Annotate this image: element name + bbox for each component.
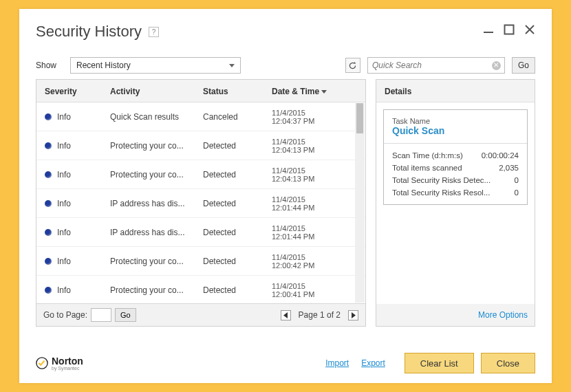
search-input[interactable]: [372, 61, 488, 70]
stat-label: Total Security Risks Resol...: [392, 188, 491, 197]
stat-value: 0:00:00:24: [482, 151, 519, 160]
maximize-icon[interactable]: [504, 24, 515, 35]
activity-cell: Protecting your co...: [110, 170, 203, 179]
datetime-cell: 11/4/201512:04:37 PM: [272, 109, 360, 125]
datetime-cell: 11/4/201512:01:44 PM: [272, 224, 360, 241]
details-header: Details: [376, 80, 535, 102]
title-wrap: Security History ?: [36, 23, 159, 41]
table-row[interactable]: InfoProtecting your co...Detected11/4/20…: [36, 131, 365, 160]
activity-cell: Protecting your co...: [110, 141, 203, 151]
details-box: Task Name Quick Scan Scan Time (d:h:m:s)…: [383, 109, 528, 205]
severity-cell: Info: [45, 199, 110, 208]
severity-cell: Info: [45, 257, 110, 266]
search-box[interactable]: ✕: [367, 57, 505, 74]
activity-cell: Quick Scan results: [110, 112, 203, 122]
datetime-cell: 11/4/201512:04:13 PM: [272, 138, 360, 154]
stat-value: 0: [515, 176, 519, 184]
info-dot-icon: [45, 287, 52, 294]
help-icon[interactable]: ?: [149, 27, 159, 37]
table-row[interactable]: InfoIP address has dis...Detected11/4/20…: [36, 218, 365, 247]
norton-check-icon: [36, 357, 48, 369]
table-row[interactable]: InfoProtecting your co...Detected11/4/20…: [36, 160, 365, 189]
brand-name: Norton: [52, 356, 83, 366]
info-dot-icon: [45, 171, 52, 178]
next-page-button[interactable]: [348, 310, 358, 320]
stat-value: 0: [515, 188, 519, 197]
severity-cell: Info: [45, 170, 110, 179]
clear-list-button[interactable]: Clear List: [405, 353, 474, 373]
content: Severity Activity Status Date & Time Inf…: [19, 79, 552, 327]
task-name: Quick Scan: [392, 125, 519, 136]
stat-label: Total Security Risks Detec...: [392, 176, 491, 184]
svg-marker-6: [352, 312, 356, 318]
footer: Norton by Symantec Import Export Clear L…: [36, 353, 535, 373]
clear-search-icon[interactable]: ✕: [492, 61, 501, 70]
details-stats: Scan Time (d:h:m:s)0:00:00:24Total items…: [384, 144, 527, 204]
info-dot-icon: [45, 113, 52, 120]
datetime-cell: 11/4/201512:04:13 PM: [272, 166, 360, 183]
header-severity[interactable]: Severity: [45, 87, 110, 96]
stat-row: Total items scanned2,035: [392, 162, 519, 174]
controls-row: Show Recent History ✕ Go: [19, 41, 552, 79]
table-row[interactable]: InfoProtecting your co...Detected11/4/20…: [36, 247, 365, 276]
history-filter-dropdown[interactable]: Recent History: [70, 57, 241, 74]
status-cell: Detected: [203, 170, 272, 179]
security-history-window: Security History ? Show Recent History ✕…: [19, 9, 552, 383]
severity-cell: Info: [45, 228, 110, 237]
brand-sub: by Symantec: [52, 366, 83, 371]
window-controls: [483, 23, 535, 35]
info-dot-icon: [45, 142, 52, 149]
header-activity[interactable]: Activity: [110, 87, 203, 96]
severity-cell: Info: [45, 112, 110, 122]
table-row[interactable]: InfoQuick Scan resultsCanceled11/4/20151…: [36, 102, 365, 131]
details-top: Task Name Quick Scan: [384, 110, 527, 144]
status-cell: Detected: [203, 199, 272, 208]
search-go-button[interactable]: Go: [512, 57, 535, 74]
page-input[interactable]: [91, 308, 111, 322]
export-link[interactable]: Export: [361, 358, 385, 368]
datetime-cell: 11/4/201512:01:44 PM: [272, 195, 360, 212]
minimize-icon[interactable]: [483, 24, 494, 35]
table-row[interactable]: InfoIP address has dis...Detected11/4/20…: [36, 189, 365, 218]
sort-desc-icon: [321, 90, 327, 94]
severity-cell: Info: [45, 285, 110, 295]
scrollbar[interactable]: [355, 103, 365, 303]
stat-row: Scan Time (d:h:m:s)0:00:00:24: [392, 149, 519, 162]
svg-marker-4: [354, 61, 356, 63]
close-button[interactable]: Close: [481, 353, 535, 373]
status-cell: Detected: [203, 141, 272, 151]
pager: Go to Page: Go Page 1 of 2: [36, 303, 365, 326]
table-row[interactable]: InfoProtecting your co...Detected11/4/20…: [36, 276, 365, 303]
dropdown-value: Recent History: [76, 61, 131, 70]
history-table: Severity Activity Status Date & Time Inf…: [36, 79, 366, 327]
refresh-button[interactable]: [345, 58, 360, 73]
status-cell: Detected: [203, 257, 272, 266]
header-status[interactable]: Status: [203, 87, 272, 96]
stat-label: Scan Time (d:h:m:s): [392, 151, 463, 160]
details-footer: More Options: [376, 304, 535, 326]
info-dot-icon: [45, 229, 52, 236]
details-panel: Details Task Name Quick Scan Scan Time (…: [376, 79, 535, 327]
severity-cell: Info: [45, 141, 110, 151]
close-icon[interactable]: [524, 24, 535, 35]
svg-marker-5: [283, 312, 288, 318]
more-options-link[interactable]: More Options: [478, 310, 528, 320]
status-cell: Detected: [203, 285, 272, 295]
prev-page-button[interactable]: [281, 310, 291, 320]
scroll-thumb[interactable]: [356, 103, 363, 133]
footer-links: Import Export: [325, 358, 385, 368]
refresh-icon: [348, 61, 357, 70]
task-label: Task Name: [392, 117, 519, 125]
datetime-cell: 11/4/201512:00:42 PM: [272, 253, 360, 270]
page-indicator: Page 1 of 2: [299, 310, 341, 320]
info-dot-icon: [45, 200, 52, 207]
stat-value: 2,035: [499, 164, 519, 172]
activity-cell: IP address has dis...: [110, 199, 203, 208]
stat-row: Total Security Risks Resol...0: [392, 186, 519, 199]
header-datetime[interactable]: Date & Time: [272, 87, 358, 96]
import-link[interactable]: Import: [325, 358, 349, 368]
datetime-cell: 11/4/201512:00:41 PM: [272, 282, 360, 298]
titlebar: Security History ?: [19, 9, 552, 41]
page-go-button[interactable]: Go: [115, 308, 136, 322]
status-cell: Canceled: [203, 112, 272, 122]
